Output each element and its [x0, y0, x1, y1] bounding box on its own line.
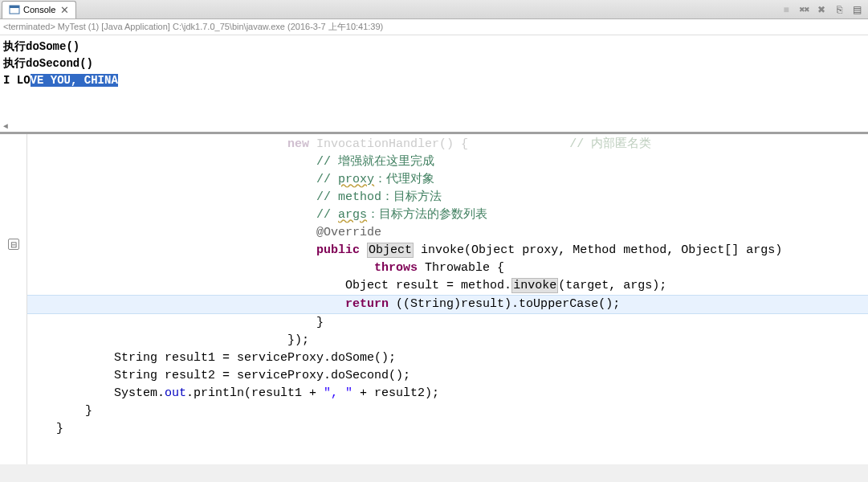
- code-area[interactable]: new InvocationHandler() { // 内部匿名类 // 增强…: [27, 134, 868, 464]
- code-line: }: [27, 402, 868, 420]
- output-line: 执行doSecond(): [3, 55, 865, 72]
- output-line: 执行doSome(): [3, 39, 865, 55]
- svg-rect-1: [10, 6, 19, 8]
- tab-left: Console ✕: [0, 1, 76, 18]
- scroll-left-icon[interactable]: ◄: [0, 120, 11, 132]
- open-button[interactable]: ▤: [850, 3, 863, 16]
- code-line: throws Throwable {: [27, 259, 868, 277]
- console-tab-label: Console: [23, 5, 55, 14]
- code-line: }: [27, 420, 868, 438]
- output-selection: VE YOU, CHINA: [31, 74, 118, 87]
- console-status: <terminated> MyTest (1) [Java Applicatio…: [0, 19, 868, 35]
- terminate-button[interactable]: ■: [780, 3, 793, 16]
- code-line: System.out.println(result1 + ", " + resu…: [27, 385, 868, 402]
- code-line: public Object invoke(Object proxy, Metho…: [27, 242, 868, 259]
- code-line: new InvocationHandler() { // 内部匿名类: [27, 136, 868, 153]
- code-line: String result2 = serviceProxy.doSecond()…: [27, 367, 868, 385]
- code-line: // 增强就在这里完成: [27, 153, 868, 171]
- output-text: I LO: [3, 74, 31, 87]
- remove-button[interactable]: ✖: [815, 3, 828, 16]
- code-line: @Override: [27, 224, 868, 242]
- tab-bar: Console ✕ ■ ✖✖ ✖ ⎘ ▤: [0, 0, 868, 19]
- code-line: // args：目标方法的参数列表: [27, 206, 868, 224]
- pin-button[interactable]: ⎘: [833, 3, 846, 16]
- code-line: // proxy：代理对象: [27, 171, 868, 189]
- console-tab[interactable]: Console ✕: [2, 1, 76, 18]
- code-line: }: [27, 314, 868, 332]
- editor-panel: ⊟ new InvocationHandler() { // 内部匿名类 // …: [0, 133, 868, 464]
- code-line: String result1 = serviceProxy.doSome();: [27, 349, 868, 367]
- close-icon[interactable]: ✕: [60, 4, 69, 16]
- console-icon: [9, 4, 20, 15]
- console-panel: Console ✕ ■ ✖✖ ✖ ⎘ ▤ <terminated> MyTest…: [0, 0, 868, 133]
- code-line: });: [27, 332, 868, 349]
- editor-gutter[interactable]: ⊟: [0, 134, 27, 464]
- output-line: I LOVE YOU, CHINA: [3, 72, 865, 89]
- collapse-icon[interactable]: ⊟: [8, 239, 19, 250]
- code-line: Object result = method.invoke(target, ar…: [27, 277, 868, 295]
- console-output[interactable]: 执行doSome() 执行doSecond() I LOVE YOU, CHIN…: [0, 35, 868, 132]
- code-line-highlighted: return ((String)result).toUpperCase();: [27, 295, 868, 314]
- console-toolbar: ■ ✖✖ ✖ ⎘ ▤: [780, 3, 868, 16]
- code-line: // method：目标方法: [27, 189, 868, 206]
- remove-all-button[interactable]: ✖✖: [797, 3, 810, 16]
